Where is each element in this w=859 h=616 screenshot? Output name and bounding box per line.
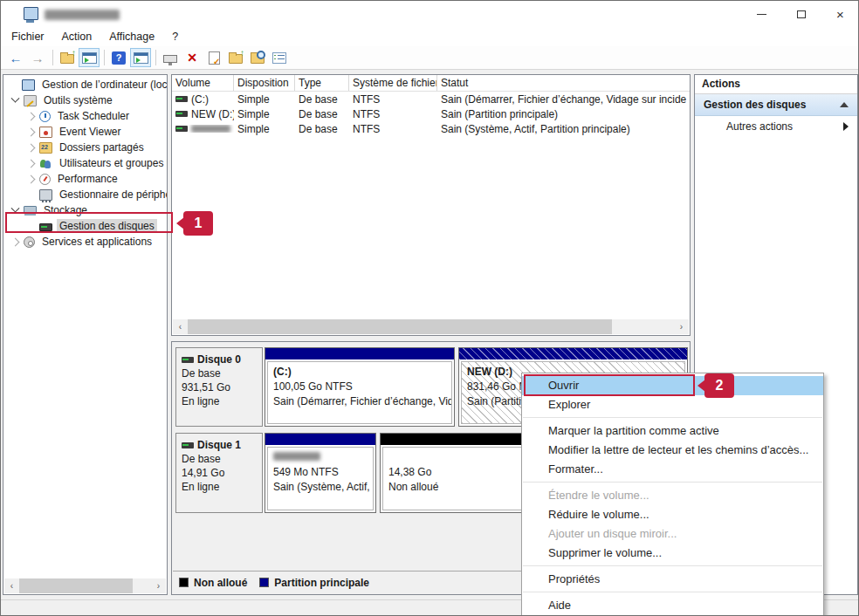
actions-item-label: Autres actions <box>726 120 793 133</box>
menu-affichage[interactable]: Affichage <box>100 28 163 45</box>
actions-section-gestion-des-disques[interactable]: Gestion des disques <box>695 94 857 116</box>
cell-disposition: Simple <box>234 93 295 106</box>
partition-title: (C:) <box>273 365 446 380</box>
volume-row-system[interactable]: Simple De base NTFS Sain (Système, Actif… <box>172 121 690 136</box>
minimize-button[interactable] <box>742 1 781 27</box>
find-button[interactable] <box>247 48 268 67</box>
scroll-right-icon[interactable]: › <box>674 319 689 334</box>
column-disposition[interactable]: Disposition <box>234 75 295 91</box>
ctx-supprimer-volume[interactable]: Supprimer le volume... <box>522 544 823 563</box>
chevron-collapsed-icon[interactable] <box>27 112 36 120</box>
scrollbar-thumb[interactable] <box>19 578 133 593</box>
tree-item-outils-systeme[interactable]: Outils système <box>3 92 167 108</box>
chevron-expanded-icon[interactable] <box>11 93 20 102</box>
actions-panel-title: Actions <box>695 75 857 94</box>
event-log-icon <box>39 127 52 138</box>
cell-disposition: Simple <box>234 108 295 120</box>
column-type[interactable]: Type <box>295 75 349 91</box>
ctx-explorer[interactable]: Explorer <box>522 395 823 414</box>
action-pane-icon <box>134 52 148 64</box>
forward-icon: → <box>31 51 45 65</box>
tree-item-task-scheduler[interactable]: Task Scheduler <box>3 108 167 124</box>
properties-button[interactable] <box>203 48 224 67</box>
close-button[interactable]: × <box>821 1 859 27</box>
computer-management-window: { "menubar": { "items": ["Fichier", "Act… <box>0 0 859 616</box>
scroll-left-icon[interactable]: ‹ <box>173 319 188 334</box>
toolbar: ← → ? ✕ <box>1 46 859 70</box>
menu-fichier[interactable]: Fichier <box>3 28 53 45</box>
actions-item-autres-actions[interactable]: Autres actions <box>695 116 857 137</box>
disk-1-label[interactable]: Disque 1 De base 14,91 Go En ligne <box>175 433 263 513</box>
volume-name-blurred <box>191 125 230 133</box>
forward-button[interactable]: → <box>27 48 48 67</box>
partition-c[interactable]: (C:) 100,05 Go NTFS Sain (Démarrer, Fich… <box>265 347 455 427</box>
show-action-pane-button[interactable] <box>130 48 151 67</box>
scroll-right-icon[interactable]: › <box>151 578 166 593</box>
column-statut[interactable]: Statut <box>437 75 686 91</box>
ctx-aide[interactable]: Aide <box>522 596 823 615</box>
tree-label: Event Viewer <box>57 125 123 139</box>
collapse-chevron-icon[interactable] <box>840 102 849 107</box>
back-button[interactable]: ← <box>5 48 26 67</box>
console-tree-icon <box>82 52 97 64</box>
delete-button[interactable]: ✕ <box>182 48 203 67</box>
disk-status: En ligne <box>182 394 257 408</box>
volume-row-c[interactable]: (C:) Simple De base NTFS Sain (Démarrer,… <box>172 92 690 106</box>
clock-icon <box>39 111 51 122</box>
refresh-disks-button[interactable] <box>160 48 181 67</box>
actions-section-label: Gestion des disques <box>704 99 806 111</box>
menu-action[interactable]: Action <box>53 28 101 45</box>
tree-item-performance[interactable]: Performance <box>3 171 167 187</box>
disk-icon <box>182 442 194 448</box>
folder-export-icon <box>229 54 243 64</box>
chevron-collapsed-icon[interactable] <box>27 143 36 152</box>
back-icon: ← <box>10 51 23 65</box>
chevron-collapsed-icon[interactable] <box>27 127 36 136</box>
tree-item-dossiers-partages[interactable]: Dossiers partagés <box>3 140 167 155</box>
disk-type: De base <box>182 366 257 380</box>
partition-system[interactable]: 549 Mo NTFS Sain (Système, Actif, Partit… <box>265 433 376 513</box>
volume-horizontal-scrollbar[interactable]: ‹ › <box>173 319 689 334</box>
chevron-collapsed-icon[interactable] <box>27 159 36 168</box>
show-console-tree-button[interactable] <box>79 48 100 67</box>
export-button[interactable] <box>225 48 246 67</box>
ctx-reduire-volume[interactable]: Réduire le volume... <box>522 505 823 524</box>
partition-size: 100,05 Go NTFS <box>273 380 446 394</box>
tree-item-event-viewer[interactable]: Event Viewer <box>3 124 167 140</box>
up-level-button[interactable] <box>57 48 78 67</box>
maximize-button[interactable] <box>781 1 821 27</box>
annotation-box-1 <box>5 212 173 233</box>
tree-item-gestionnaire-peripheriques[interactable]: Gestionnaire de périphé <box>3 187 167 202</box>
menu-help[interactable]: ? <box>163 28 187 45</box>
partition-color-strip <box>265 434 375 445</box>
ctx-proprietes[interactable]: Propriétés <box>522 570 823 589</box>
scroll-left-icon[interactable]: ‹ <box>4 578 19 593</box>
console-icon <box>163 55 177 63</box>
ctx-marquer-partition-active[interactable]: Marquer la partition comme active <box>522 421 823 441</box>
volume-icon <box>175 96 188 102</box>
ctx-modifier-lettre-lecteur[interactable]: Modifier la lettre de lecteur et les che… <box>522 441 823 460</box>
ctx-formater[interactable]: Formater... <box>522 460 823 479</box>
tree-horizontal-scrollbar[interactable]: ‹ › <box>4 578 166 593</box>
tree-item-utilisateurs-groupes[interactable]: Utilisateurs et groupes l <box>3 155 167 171</box>
submenu-arrow-icon <box>843 122 849 131</box>
legend-label: Non alloué <box>194 577 247 589</box>
volume-row-new-d[interactable]: NEW (D:) Simple De base NTFS Sain (Parti… <box>172 106 690 121</box>
help-button[interactable]: ? <box>108 48 129 67</box>
tree-item-computer-management[interactable]: Gestion de l’ordinateur (local) <box>3 77 167 92</box>
column-systeme-fichiers[interactable]: Système de fichiers <box>349 75 437 91</box>
tree-label: Performance <box>55 172 120 186</box>
device-manager-icon <box>39 189 52 201</box>
disk-0-label[interactable]: Disque 0 De base 931,51 Go En ligne <box>175 347 263 427</box>
chevron-expanded-icon[interactable] <box>11 203 20 212</box>
tasks-button[interactable] <box>269 48 290 67</box>
cell-disposition: Simple <box>234 123 295 135</box>
column-volume[interactable]: Volume <box>172 75 234 91</box>
volume-icon <box>175 111 188 117</box>
chevron-collapsed-icon[interactable] <box>11 237 20 246</box>
minimize-icon <box>757 14 766 15</box>
tree-item-services-applications[interactable]: Services et applications <box>3 234 167 250</box>
scrollbar-thumb[interactable] <box>188 319 612 334</box>
chevron-collapsed-icon[interactable] <box>27 175 36 183</box>
menu-separator <box>523 482 822 483</box>
